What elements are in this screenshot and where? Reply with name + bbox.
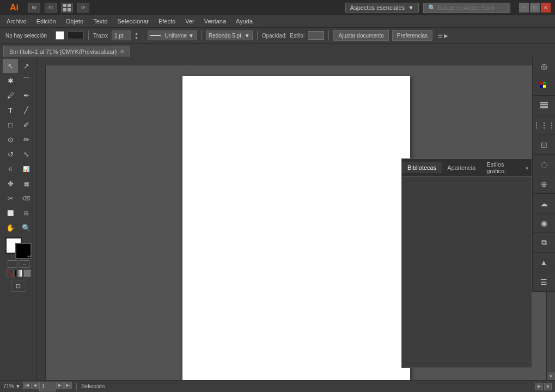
bridge-icon[interactable]: Br	[28, 3, 40, 13]
title-bar: Ai Br St ⟳ Aspectos esenciales ▼ 🔍 – □ ✕	[0, 0, 555, 15]
lasso-tool-btn[interactable]: ⌒	[19, 74, 34, 88]
menu-archivo[interactable]: Archivo	[2, 17, 31, 26]
slice-tool-btn[interactable]: ⊟	[19, 206, 34, 220]
maximize-btn[interactable]: □	[530, 3, 540, 13]
menu-ver[interactable]: Ver	[181, 17, 199, 26]
document-tab[interactable]: Sin título-1 al 71% (CMYK/Previsualizar)…	[3, 46, 130, 57]
hand-tool-btn[interactable]: ✋	[3, 220, 18, 235]
menu-seleccionar[interactable]: Seleccionar	[113, 17, 153, 26]
tab-bibliotecas[interactable]: Bibliotecas	[402, 162, 442, 173]
scroll-down-btn[interactable]: ▼	[547, 372, 555, 380]
zoom-control[interactable]: 71% ▼	[3, 383, 21, 389]
symbol-tool-btn[interactable]: ✥	[3, 176, 18, 191]
tab-close-btn[interactable]: ✕	[120, 48, 124, 54]
arrange-icon[interactable]	[61, 3, 73, 13]
tab-estilos[interactable]: Estilos gráfico:	[481, 159, 522, 176]
menu-ayuda[interactable]: Ayuda	[231, 17, 257, 26]
tab-apariencia[interactable]: Apariencia	[442, 162, 481, 173]
blob-tool-btn[interactable]: ⊙	[3, 132, 18, 146]
next-page-btn[interactable]: ▶	[56, 382, 64, 389]
search-bar[interactable]: 🔍	[423, 3, 510, 13]
fill-indicator[interactable]	[8, 260, 17, 268]
reset-colors-icon[interactable]: ↩	[27, 254, 32, 259]
first-page-btn[interactable]: |◀	[23, 382, 31, 389]
brushes-icon[interactable]	[533, 96, 555, 115]
right-icon-panel: ◎ ⋮⋮⋮ ⊡ ◌ ⊕ ☁ ◉ ⧉ ▲ ☰	[532, 57, 555, 292]
graph-tool-btn[interactable]: 📊	[19, 162, 34, 176]
gradient-swatch[interactable]	[15, 270, 22, 277]
properties-icon[interactable]: ◉	[533, 213, 555, 233]
none-swatch[interactable]	[6, 270, 14, 277]
links-icon[interactable]: ⧉	[533, 233, 555, 253]
trazo-value[interactable]: 1 pt	[112, 30, 131, 40]
panel-arrow-icon[interactable]: ▶	[444, 33, 448, 39]
search-icon: 🔍	[428, 4, 436, 11]
stop-btn[interactable]: ■	[544, 383, 552, 390]
style-swatch[interactable]	[308, 31, 324, 40]
workspace-selector[interactable]: Aspectos esenciales ▼	[345, 3, 419, 13]
svg-rect-8	[540, 102, 548, 103]
fg-bg-swatches[interactable]: ↩	[5, 237, 32, 259]
swatches-icon[interactable]	[533, 76, 555, 96]
close-btn[interactable]: ✕	[541, 3, 551, 13]
control-bar: No hay selección Trazo: 1 pt ▲ ▼ Uniform…	[0, 27, 555, 44]
stroke-swatch[interactable]	[68, 32, 84, 39]
no-selection-label: No hay selección	[3, 30, 52, 40]
appearance-icon[interactable]: ◌	[533, 155, 555, 174]
add-anchor-tool-btn[interactable]: ✒	[19, 88, 34, 102]
symbols-icon[interactable]: ⋮⋮⋮	[533, 115, 555, 135]
trazo-arrows[interactable]: ▲ ▼	[135, 32, 138, 40]
panel-more-btn[interactable]: »	[522, 163, 532, 173]
brush-tool-btn[interactable]: ✐	[19, 118, 34, 132]
puppet-warp-tool-btn[interactable]: ⛭	[3, 162, 18, 176]
direct-selection-tool-btn[interactable]: ↗	[19, 59, 34, 73]
adjust-document-btn[interactable]: Ajustar documento	[333, 30, 388, 41]
eraser-tool-btn[interactable]: ⌫	[19, 191, 34, 205]
menu-edicion[interactable]: Edición	[32, 17, 60, 26]
sync-icon[interactable]: ⟳	[77, 3, 89, 13]
layers-icon[interactable]: ▲	[533, 253, 555, 272]
artboard-tool-btn[interactable]: ⬜	[3, 206, 18, 220]
play-btn[interactable]: ▶	[535, 383, 543, 390]
menu-efecto[interactable]: Efecto	[154, 17, 180, 26]
prev-page-btn[interactable]: ◀	[31, 382, 39, 389]
cc-libraries-icon[interactable]: ⊕	[533, 174, 555, 194]
menu-objeto[interactable]: Objeto	[62, 17, 88, 26]
pencil-tool-btn[interactable]: ✏	[19, 132, 34, 146]
screen-mode-btn[interactable]: ⊡	[11, 280, 26, 292]
minimize-btn[interactable]: –	[519, 3, 529, 13]
color-guide-icon[interactable]: ◎	[533, 57, 555, 76]
status-media-controls: ▶ ■	[535, 383, 552, 390]
scissors-tool-btn[interactable]: ✂	[3, 191, 18, 205]
stock-icon[interactable]: St	[45, 3, 57, 13]
color-swatches: ↩ ↔	[5, 237, 32, 268]
panel-menu-icon[interactable]: ☰	[438, 33, 443, 39]
selection-tool-btn[interactable]: ↖	[3, 59, 18, 73]
artboards-icon[interactable]: ☰	[533, 272, 555, 292]
menu-ventana[interactable]: Ventana	[200, 17, 230, 26]
line-tool-btn[interactable]: ╱	[19, 103, 34, 117]
zoom-tool-btn[interactable]: 🔍	[19, 220, 34, 235]
preferences-btn[interactable]: Preferencias	[392, 30, 432, 41]
pen-tool-btn[interactable]: 🖊	[3, 88, 18, 102]
last-page-btn[interactable]: ▶|	[64, 382, 72, 389]
floating-panel-body	[402, 177, 532, 367]
fill-swatch[interactable]	[56, 31, 64, 40]
magic-wand-tool-btn[interactable]: ✱	[3, 74, 18, 88]
pattern-swatch[interactable]	[23, 270, 31, 277]
svg-rect-3	[68, 8, 71, 11]
adobe-cloud-icon[interactable]: ☁	[533, 194, 555, 213]
search-input[interactable]	[438, 5, 503, 11]
brush-select[interactable]: Redondo 5 pt. ▼	[206, 30, 253, 40]
page-navigation: |◀ ◀ 1 ▶ ▶|	[23, 382, 72, 391]
stroke-type-select[interactable]: Uniforme ▼	[148, 30, 197, 40]
rect-tool-btn[interactable]: □	[3, 118, 18, 132]
stroke-indicator[interactable]: ↔	[20, 260, 29, 268]
menu-texto[interactable]: Texto	[89, 17, 112, 26]
page-number[interactable]: 1	[39, 382, 56, 391]
scale-tool-btn[interactable]: ⤡	[19, 147, 34, 161]
column-graph-tool-btn[interactable]: ▦	[19, 176, 34, 191]
rotate-tool-btn[interactable]: ↺	[3, 147, 18, 161]
type-tool-btn[interactable]: T	[3, 103, 18, 117]
graphic-styles-icon[interactable]: ⊡	[533, 135, 555, 155]
